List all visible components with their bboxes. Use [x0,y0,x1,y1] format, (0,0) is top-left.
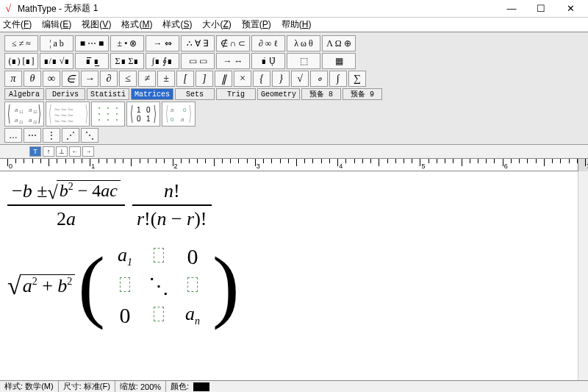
smallbar-btn-11[interactable]: ‖ [215,71,232,87]
matrix-template-2[interactable]: a₁₁ a₁₂ a₁₃a₂₁ a₂₂ a₂₃a₃₁ a₃₂ a₃₃ [46,101,90,126]
row1-btn-7[interactable]: ∂ ∞ ℓ [251,35,285,51]
align-tool-2[interactable]: ↑ [43,146,54,157]
svg-text:11: 11 [19,110,24,114]
app-icon: √ [3,4,13,14]
dots-btn-1[interactable]: ⋯ [24,128,41,143]
matrix-template-4[interactable]: 1001 [126,101,160,126]
smallbar-btn-10[interactable]: ] [196,71,213,87]
svg-text:21: 21 [19,120,24,124]
align-tool-5[interactable]: → [82,146,94,157]
svg-point-12 [107,107,109,109]
ruler-label: 4 [339,163,343,170]
smallbar-btn-5[interactable]: ∂ [100,71,118,87]
row2-btn-0[interactable]: (∎) [∎] [4,53,38,69]
menu-v[interactable]: 视图(V) [82,18,111,31]
row1-btn-8[interactable]: λ ω θ [287,35,320,51]
smallbar-btn-13[interactable]: { [253,71,270,87]
menu-s[interactable]: 样式(S) [162,18,192,31]
binomial-formula[interactable]: n! r!(n − r)! [132,180,212,230]
smallbar-btn-3[interactable]: ∈ [62,71,79,87]
row2-btn-6[interactable]: → ↔ [216,53,250,69]
matrix-placeholder-icon[interactable] [154,248,164,263]
smallbar-btn-4[interactable]: → [81,71,98,87]
smallbar-btn-14[interactable]: } [272,71,290,87]
tab-algebra[interactable]: Algebra [4,88,44,100]
tab-derivs[interactable]: Derivs [46,88,85,100]
row1-btn-0[interactable]: ≤ ≠ ≈ [4,35,38,51]
formula-line-2[interactable]: √a2 + b2 ( a1 0 ⋱ 0 an ) [7,242,581,330]
tab-statisti[interactable]: Statisti [87,88,129,100]
tab-trig[interactable]: Trig [216,88,256,100]
row2-btn-1[interactable]: ∎/∎ √∎ [40,53,74,69]
row1-btn-9[interactable]: Λ Ω ⊕ [322,35,356,51]
row1-btn-6[interactable]: ∉ ∩ ⊂ [216,35,250,51]
row2-btn-8[interactable]: ⬚ [287,53,320,69]
smallbar-btn-15[interactable]: √ [291,71,309,87]
smallbar-btn-17[interactable]: ∫ [329,71,347,87]
quadratic-formula[interactable]: −b ± √b2 − 4ac 2a [7,180,125,230]
matrix-template-3[interactable] [91,101,125,126]
matrix-placeholder-icon[interactable] [154,307,164,321]
minimize-button[interactable]: — [497,1,526,17]
align-tool-3[interactable]: ⊥ [56,146,68,157]
row1-btn-2[interactable]: ■ ⋯ ■ [75,35,109,51]
menu-m[interactable]: 格式(M) [121,18,152,31]
menu-bar: 文件(F)编辑(E)视图(V)格式(M)样式(S)大小(Z)预置(P)帮助(H) [0,18,588,32]
matrix-template-5[interactable]: a00a [162,101,196,126]
app-name: MathType [18,4,57,14]
matrix-template-1[interactable]: a11a12a21a22 [4,101,44,126]
maximize-button[interactable]: ☐ [526,1,556,17]
row1-btn-5[interactable]: ∴ ∀ ∃ [181,35,215,51]
row2-btn-3[interactable]: Σ∎ Σ∎ [110,53,144,69]
matrix-placeholder-icon[interactable] [120,277,130,292]
smallbar-btn-7[interactable]: ≠ [138,71,156,87]
ruler-label: 0 [9,163,12,170]
menu-z[interactable]: 大小(Z) [202,18,231,31]
row2-btn-2[interactable]: ∎̅ ∎̲ [75,53,109,69]
color-swatch[interactable] [193,382,209,391]
smallbar-btn-18[interactable]: ∑ [348,71,366,87]
smallbar-btn-2[interactable]: ∞ [43,71,60,87]
align-tool-4[interactable]: ← [69,146,81,157]
row1-btn-1[interactable]: ¦ a b [40,35,74,51]
dots-btn-2[interactable]: ⋮ [43,128,60,143]
svg-text:1: 1 [137,106,141,114]
svg-text:a: a [171,107,174,113]
row1-btn-3[interactable]: ± • ⊗ [110,35,144,51]
tab-sets[interactable]: Sets [175,88,215,100]
svg-text:a: a [29,107,32,113]
tab-预备 9[interactable]: 预备 9 [343,88,382,100]
matrix-placeholder-icon[interactable] [187,277,198,292]
smallbar-btn-8[interactable]: ± [157,71,175,87]
smallbar-btn-0[interactable]: π [4,71,22,87]
row2-btn-5[interactable]: ▭ ▭ [181,53,215,69]
tab-matrices[interactable]: Matrices [131,88,173,100]
smallbar-btn-9[interactable]: [ [176,71,194,87]
smallbar-btn-1[interactable]: θ [24,71,41,87]
doc-title: 无标题 1 [64,2,98,15]
dots-btn-0[interactable]: … [4,128,22,143]
smallbar-btn-16[interactable]: ∘ [310,71,328,87]
menu-f[interactable]: 文件(F) [3,18,32,31]
matrices-panel: a11a12a21a22 a₁₁ a₁₂ a₁₃a₂₁ a₂₂ a₂₃a₃₁ a… [4,101,584,126]
dots-btn-3[interactable]: ⋰ [62,128,79,143]
ruler: 01234567 [0,158,588,171]
tab-geometry[interactable]: Geometry [257,88,300,100]
align-tool-1[interactable]: T [29,146,41,157]
menu-h[interactable]: 帮助(H) [282,18,312,31]
row2-btn-4[interactable]: ∫∎ ∮∎ [146,53,179,69]
svg-text:0: 0 [137,115,141,123]
toolbar-area: ≤ ≠ ≈¦ a b■ ⋯ ■± • ⊗→ ⇔∴ ∀ ∃∉ ∩ ⊂∂ ∞ ℓλ … [0,32,588,145]
row2-btn-9[interactable]: ▦ [322,53,356,69]
smallbar-btn-12[interactable]: × [234,71,251,87]
menu-p[interactable]: 预置(P) [242,18,271,31]
smallbar-btn-6[interactable]: ≤ [119,71,137,87]
row1-btn-4[interactable]: → ⇔ [146,35,179,51]
tab-预备 8[interactable]: 预备 8 [301,88,341,100]
editor-area[interactable]: −b ± √b2 − 4ac 2a n! r!(n − r)! √a2 + b2… [0,171,588,383]
row2-btn-7[interactable]: ∎̇ Ụ̈ [251,53,285,69]
menu-e[interactable]: 编辑(E) [42,18,71,31]
vertical-scrollbar[interactable] [578,171,588,383]
close-button[interactable]: ✕ [556,1,585,17]
dots-btn-4[interactable]: ⋱ [81,128,98,143]
